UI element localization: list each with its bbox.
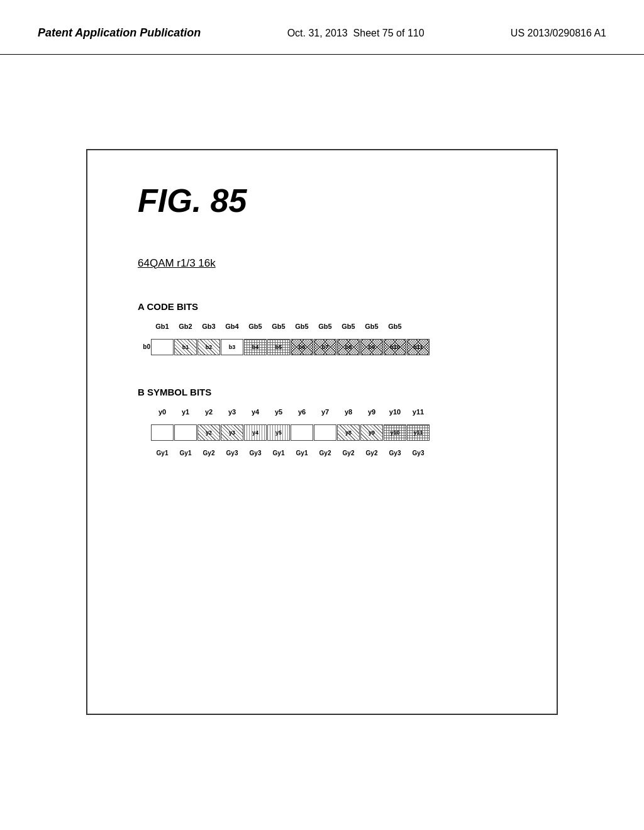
label-gy2c: Gy2 xyxy=(337,445,360,462)
section-a-title: A CODE BITS xyxy=(138,301,198,312)
page-header: Patent Application Publication Oct. 31, … xyxy=(0,0,644,55)
main-content: FIG. 85 64QAM r1/3 16k A CODE BITS - Gb1… xyxy=(0,55,644,809)
label-y7: y7 xyxy=(314,404,336,420)
cell-b7: b7 xyxy=(314,339,336,355)
label-y6: y6 xyxy=(291,404,313,420)
label-gb5e: Gb5 xyxy=(337,318,360,335)
cell-y10: y10 xyxy=(384,424,406,441)
figure-box: FIG. 85 64QAM r1/3 16k A CODE BITS - Gb1… xyxy=(86,149,558,715)
label-gy3a: Gy3 xyxy=(221,445,243,462)
publication-title: Patent Application Publication xyxy=(38,25,201,41)
cell-y7 xyxy=(314,424,336,441)
label-gy1a: Gy1 xyxy=(151,445,174,462)
cell-y0 xyxy=(151,424,174,441)
cell-y6 xyxy=(291,424,313,441)
label-gb1: Gb1 xyxy=(151,318,174,335)
cell-y11: y11 xyxy=(407,424,430,441)
label-y8: y8 xyxy=(337,404,360,420)
cell-y4: y4 xyxy=(244,424,267,441)
label-y2: y2 xyxy=(197,404,220,420)
label-gb5f: Gb5 xyxy=(360,318,383,335)
label-gb5g: Gb5 xyxy=(384,318,406,335)
section-a-header: A CODE BITS xyxy=(138,301,519,312)
label-gb5a: Gb5 xyxy=(244,318,267,335)
label-gy3d: Gy3 xyxy=(407,445,430,462)
cell-y8: y8 xyxy=(337,424,360,441)
cell-b11: b11 xyxy=(407,339,430,355)
section-b-pattern-row: y2 y3 y4 y5 y8 y9 y10 y11 xyxy=(138,424,519,441)
label-gy1c: Gy1 xyxy=(267,445,290,462)
label-y0: y0 xyxy=(151,404,174,420)
label-gy1b: Gy1 xyxy=(174,445,197,462)
label-y10: y10 xyxy=(384,404,406,420)
section-b-grid: y2 y3 y4 y5 y8 y9 y10 y11 xyxy=(138,424,519,441)
label-gy3b: Gy3 xyxy=(244,445,267,462)
cell-y5: y5 xyxy=(267,424,290,441)
label-gy3c: Gy3 xyxy=(384,445,406,462)
cell-b1: b1 xyxy=(174,339,197,355)
header-date-sheet: Oct. 31, 2013 Sheet 75 of 110 xyxy=(287,25,425,42)
section-a-top-labels: - Gb1 Gb2 Gb3 Gb4 Gb5 Gb5 Gb5 Gb5 Gb5 Gb… xyxy=(138,318,519,335)
section-b-header: B SYMBOL BITS xyxy=(138,387,519,397)
label-gb3: Gb3 xyxy=(197,318,220,335)
section-a: A CODE BITS - Gb1 Gb2 Gb3 Gb4 Gb5 Gb5 Gb… xyxy=(138,301,519,355)
diagram-sections: A CODE BITS - Gb1 Gb2 Gb3 Gb4 Gb5 Gb5 Gb… xyxy=(125,301,519,462)
cell-b5: b5 xyxy=(267,339,290,355)
section-a-pattern-row: b0 b1 b2 b3 b4 b5 b6 b7 b8 b9 b10 b11 xyxy=(138,339,519,355)
label-gb5d: Gb5 xyxy=(314,318,336,335)
figure-title: FIG. 85 xyxy=(138,182,247,219)
section-b-bottom-labels: - Gy1 Gy1 Gy2 Gy3 Gy3 Gy1 Gy1 Gy2 Gy2 Gy… xyxy=(138,445,519,462)
label-gb4: Gb4 xyxy=(221,318,243,335)
label-gy2d: Gy2 xyxy=(360,445,383,462)
label-y9: y9 xyxy=(360,404,383,420)
cell-b10: b10 xyxy=(384,339,406,355)
label-gy1d: Gy1 xyxy=(291,445,313,462)
cell-b8: b8 xyxy=(337,339,360,355)
label-y5: y5 xyxy=(267,404,290,420)
label-y11: y11 xyxy=(407,404,430,420)
cell-b9: b9 xyxy=(360,339,383,355)
cell-y3: y3 xyxy=(221,424,243,441)
cell-y9: y9 xyxy=(360,424,383,441)
row-tag-b0: b0 xyxy=(138,343,150,350)
section-b-title: B SYMBOL BITS xyxy=(138,387,211,397)
cell-b0 xyxy=(151,339,174,355)
label-y4: y4 xyxy=(244,404,267,420)
patent-number: US 2013/0290816 A1 xyxy=(511,25,606,42)
cell-y1 xyxy=(174,424,197,441)
cell-b4: b4 xyxy=(244,339,267,355)
cell-y2: y2 xyxy=(197,424,220,441)
label-y3: y3 xyxy=(221,404,243,420)
label-gy2b: Gy2 xyxy=(314,445,336,462)
section-b: B SYMBOL BITS - y0 y1 y2 y3 y4 y5 y6 y7 … xyxy=(138,387,519,462)
section-b-top-labels: - y0 y1 y2 y3 y4 y5 y6 y7 y8 y9 y10 y11 xyxy=(138,404,519,420)
label-y1: y1 xyxy=(174,404,197,420)
cell-b3: b3 xyxy=(221,339,243,355)
label-gb2: Gb2 xyxy=(174,318,197,335)
label-gb5b: Gb5 xyxy=(267,318,290,335)
qam-label: 64QAM r1/3 16k xyxy=(138,257,216,270)
cell-b6: b6 xyxy=(291,339,313,355)
label-gb5c: Gb5 xyxy=(291,318,313,335)
label-gy2a: Gy2 xyxy=(197,445,220,462)
section-a-grid: b0 b1 b2 b3 b4 b5 b6 b7 b8 b9 b10 b11 xyxy=(138,339,519,355)
cell-b2: b2 xyxy=(197,339,220,355)
